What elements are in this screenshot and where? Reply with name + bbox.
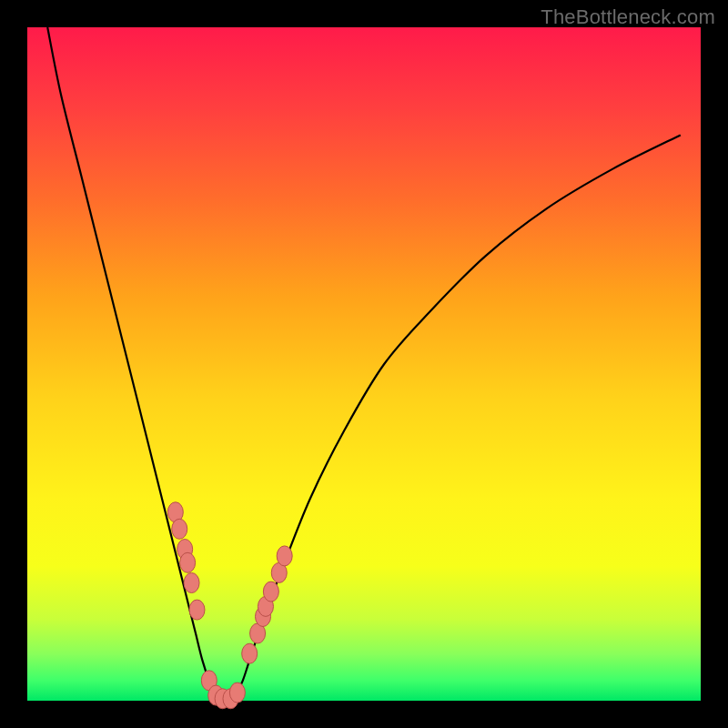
plot-area	[27, 27, 701, 701]
curve-marker	[263, 581, 278, 602]
curve-marker	[172, 519, 187, 539]
curve-marker	[277, 546, 292, 566]
bottleneck-curve-path	[47, 27, 681, 702]
curve-marker	[180, 552, 196, 572]
curve-marker	[242, 643, 258, 663]
curve-marker	[189, 600, 205, 620]
curve-marker	[184, 573, 199, 593]
curve-marker	[229, 682, 245, 703]
marker-group	[167, 502, 292, 709]
watermark-text: TheBottleneck.com	[541, 5, 715, 29]
bottleneck-curve-svg	[27, 27, 701, 701]
chart-frame: TheBottleneck.com	[0, 0, 728, 728]
